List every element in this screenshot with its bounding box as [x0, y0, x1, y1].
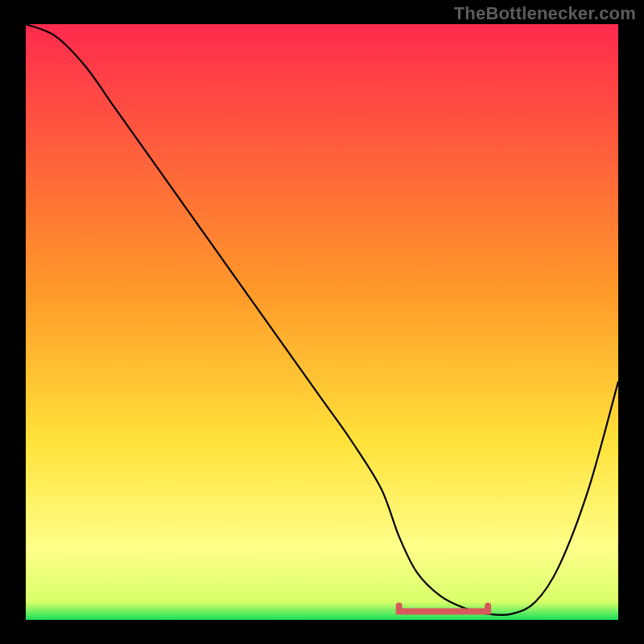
gradient-background — [26, 24, 618, 620]
chart-frame: TheBottlenecker.com — [0, 0, 644, 644]
plot-area — [26, 24, 618, 620]
watermark-text: TheBottlenecker.com — [454, 3, 636, 24]
bottleneck-chart — [26, 24, 618, 620]
